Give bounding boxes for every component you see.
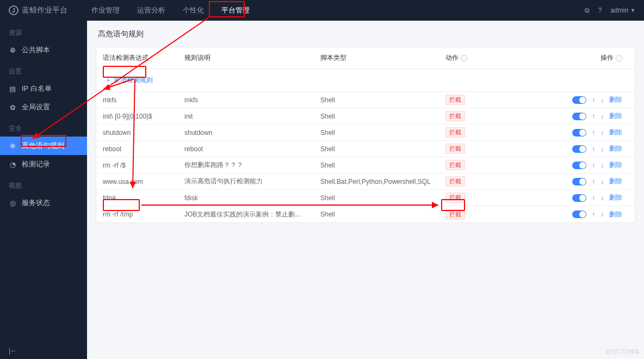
info-icon[interactable]: i	[616, 55, 622, 61]
th-script-type: 脚本类型	[314, 53, 439, 63]
nav-item[interactable]: 作业管理	[83, 0, 128, 21]
info-icon[interactable]: i	[461, 55, 467, 61]
move-down-icon[interactable]: ↓	[600, 162, 604, 169]
table-row: rebootrebootShell拦截↑↓删除	[96, 141, 635, 157]
sidebar-section-title: 设置	[0, 59, 87, 79]
cell-action: 拦截	[439, 111, 559, 121]
cell-operations: ↑↓删除	[559, 177, 632, 186]
sidebar-item[interactable]: ❁公共脚本	[0, 41, 87, 59]
enable-toggle[interactable]	[572, 194, 586, 202]
cell-script-type: Shell	[314, 145, 439, 153]
th-operations: 操作i	[559, 53, 632, 63]
sidebar-item-label: 全局设置	[22, 102, 50, 112]
cell-expression: rm -rf /tmp	[96, 211, 178, 218]
cell-operations: ↑↓删除	[559, 210, 632, 219]
cell-script-type: Shell	[314, 162, 439, 169]
cell-script-type: Shell,Bat,Perl,Python,Powershell,SQL	[314, 178, 439, 185]
cell-operations: ↑↓删除	[559, 144, 632, 153]
cell-action: 拦截	[439, 176, 559, 187]
cog-icon: ✿	[9, 103, 16, 112]
clock-icon: ◔	[9, 160, 16, 169]
add-rule-button[interactable]: ＋ 新增检测规则	[103, 75, 155, 86]
cell-script-type: Shell	[314, 129, 439, 137]
move-down-icon[interactable]: ↓	[600, 129, 604, 137]
watermark: @51CTO博客	[606, 348, 640, 356]
user-menu[interactable]: admin ▼	[610, 7, 635, 14]
enable-toggle[interactable]	[572, 162, 586, 169]
delete-button[interactable]: 删除	[609, 210, 622, 219]
move-down-icon[interactable]: ↓	[600, 113, 604, 120]
chevron-down-icon: ▼	[630, 8, 635, 13]
external-icon[interactable]: ⧉	[585, 7, 590, 14]
enable-toggle[interactable]	[572, 96, 586, 104]
sidebar: 资源❁公共脚本设置▤IP 白名单✿全局设置安全⁜高危语句规则◔检测记录视图◎服务…	[0, 21, 87, 359]
sidebar-item[interactable]: ◔检测记录	[0, 155, 87, 174]
move-up-icon[interactable]: ↑	[592, 178, 595, 185]
move-up-icon[interactable]: ↑	[592, 211, 595, 218]
cell-operations: ↑↓删除	[559, 128, 632, 137]
delete-button[interactable]: 删除	[609, 95, 622, 104]
nav-item[interactable]: 运营分析	[128, 0, 174, 21]
sidebar-item-label: 服务状态	[22, 198, 50, 208]
sidebar-item-label: 高危语句规则	[22, 141, 64, 151]
cell-description: 你想删库跑路？？？	[178, 160, 314, 170]
cell-action: 拦截	[439, 95, 559, 105]
move-up-icon[interactable]: ↑	[592, 113, 595, 120]
rules-panel: 语法检测表达式 规则说明 脚本类型 动作i 操作i ＋ 新增检测规则 mkfsm…	[96, 47, 635, 223]
table-header: 语法检测表达式 规则说明 脚本类型 动作i 操作i	[96, 47, 635, 69]
move-down-icon[interactable]: ↓	[600, 211, 604, 218]
sidebar-item[interactable]: ✿全局设置	[0, 98, 87, 116]
action-badge: 拦截	[445, 160, 465, 170]
sidebar-item[interactable]: ⁜高危语句规则	[0, 137, 87, 155]
delete-button[interactable]: 删除	[609, 177, 622, 186]
move-up-icon[interactable]: ↑	[592, 145, 595, 153]
move-up-icon[interactable]: ↑	[592, 162, 595, 169]
action-badge: 拦截	[445, 111, 465, 121]
enable-toggle[interactable]	[572, 113, 586, 120]
move-down-icon[interactable]: ↓	[600, 194, 604, 202]
move-down-icon[interactable]: ↓	[600, 178, 604, 185]
sidebar-item[interactable]: ▤IP 白名单	[0, 79, 87, 98]
delete-button[interactable]: 删除	[609, 128, 622, 137]
list-icon: ▤	[9, 85, 16, 93]
gear-icon: ❁	[9, 46, 16, 54]
delete-button[interactable]: 删除	[609, 144, 622, 153]
action-badge: 拦截	[445, 176, 465, 187]
cell-action: 拦截	[439, 160, 559, 170]
table-row: mkfsmkfsShell拦截↑↓删除	[96, 92, 635, 108]
delete-button[interactable]: 删除	[609, 112, 622, 121]
sidebar-section-title: 安全	[0, 116, 87, 137]
logo-icon: J	[9, 5, 18, 15]
cell-description: 演示高危语句执行检测能力	[178, 177, 314, 186]
cell-expression: mkfs	[96, 96, 178, 104]
th-action: 动作i	[439, 53, 559, 63]
cell-description: JOB文档最佳实践的演示案例：禁止删除临时缓存目...	[178, 210, 314, 219]
cell-operations: ↑↓删除	[559, 95, 632, 104]
cell-expression: shutdown	[96, 129, 178, 137]
enable-toggle[interactable]	[572, 129, 586, 137]
table-row: www.usa.com演示高危语句执行检测能力Shell,Bat,Perl,Py…	[96, 174, 635, 190]
cell-script-type: Shell	[314, 113, 439, 120]
enable-toggle[interactable]	[572, 178, 586, 185]
action-badge: 拦截	[445, 144, 465, 154]
nav-item[interactable]: 平台管理	[213, 0, 258, 21]
sidebar-item[interactable]: ◎服务状态	[0, 194, 87, 212]
move-down-icon[interactable]: ↓	[600, 145, 604, 153]
delete-button[interactable]: 删除	[609, 193, 622, 202]
enable-toggle[interactable]	[572, 145, 586, 153]
move-up-icon[interactable]: ↑	[592, 129, 595, 137]
collapse-sidebar-icon[interactable]: |←	[9, 347, 17, 355]
cell-operations: ↑↓删除	[559, 160, 632, 170]
cell-expression: fdisk	[96, 194, 178, 202]
enable-toggle[interactable]	[572, 211, 586, 218]
action-badge: 拦截	[445, 95, 465, 105]
nav-item[interactable]: 个性化	[174, 0, 213, 21]
move-up-icon[interactable]: ↑	[592, 194, 595, 202]
move-up-icon[interactable]: ↑	[592, 96, 595, 104]
help-icon[interactable]: ?	[598, 7, 602, 14]
cell-script-type: Shell	[314, 96, 439, 104]
action-badge: 拦截	[445, 127, 465, 138]
move-down-icon[interactable]: ↓	[600, 96, 604, 104]
delete-button[interactable]: 删除	[609, 160, 622, 170]
sidebar-section-title: 资源	[0, 21, 87, 41]
